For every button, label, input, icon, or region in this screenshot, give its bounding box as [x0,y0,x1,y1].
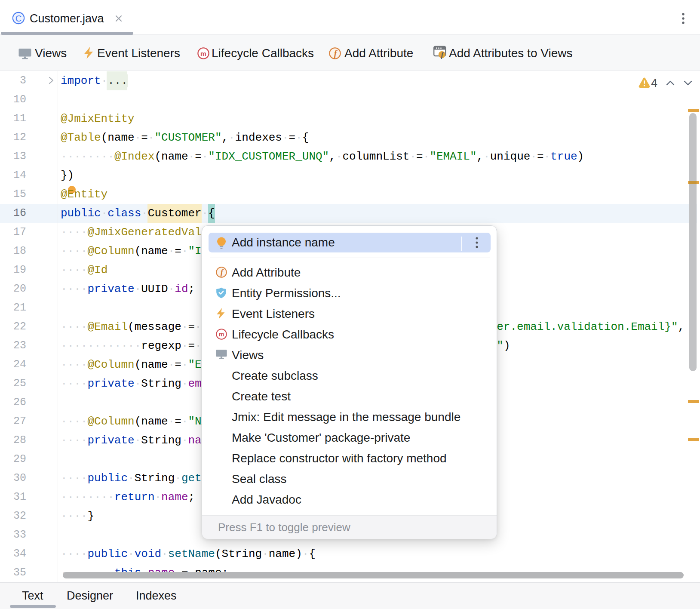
svg-text:m: m [200,50,206,57]
svg-text:m: m [219,331,224,338]
svg-text:C: C [15,13,22,23]
